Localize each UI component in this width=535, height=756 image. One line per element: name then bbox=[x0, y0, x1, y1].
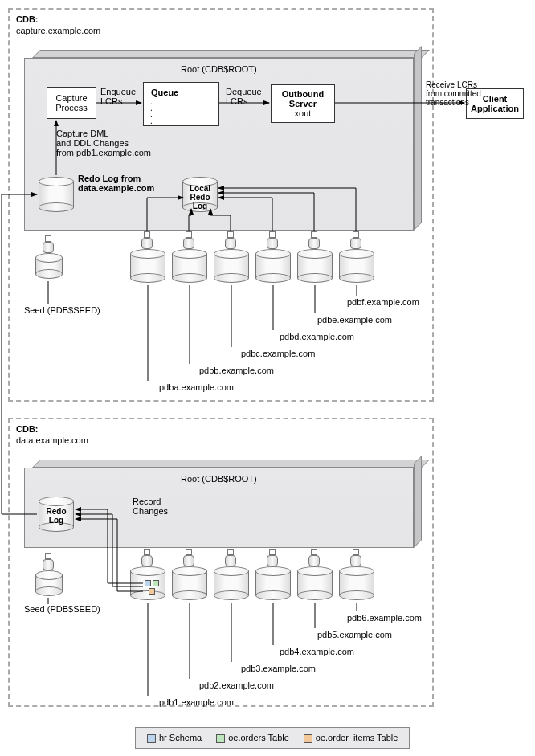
cdb2-host: data.example.com bbox=[16, 435, 88, 445]
hr-swatch-icon bbox=[147, 734, 156, 743]
capture-process-box: Capture Process bbox=[47, 87, 96, 119]
legend-orders-text: oe.orders Table bbox=[228, 733, 289, 742]
outbound-name: xout bbox=[295, 108, 312, 118]
cdb1-pdb-plug bbox=[225, 231, 236, 249]
cdb2-redo-cyl: Redo Log bbox=[39, 497, 74, 532]
cdb2-pdb-plug bbox=[267, 549, 278, 566]
cdb2-root-title: Root (CDB$ROOT) bbox=[181, 474, 257, 484]
cdb1-pdb-label: pdbb.example.com bbox=[199, 366, 274, 375]
redo-from-cylinder bbox=[39, 177, 74, 212]
queue-box: Queue .... bbox=[143, 82, 219, 126]
cdb1-pdb-cyl bbox=[172, 249, 207, 283]
cdb2-root bbox=[24, 460, 422, 548]
cdb1-pdb-cyl bbox=[214, 249, 249, 283]
cdb1-pdb-label: pdbf.example.com bbox=[347, 297, 419, 307]
cdb1-host: capture.example.com bbox=[16, 26, 100, 35]
cdb1-pdb-plug bbox=[141, 231, 153, 249]
cdb1-pdb-label: pdbe.example.com bbox=[317, 315, 392, 325]
cdb1-pdb-cyl bbox=[255, 249, 291, 283]
cdb1-seed-cyl bbox=[35, 253, 63, 279]
cdb1-pdb-cyl bbox=[339, 249, 374, 283]
cdb2-pdb-cyl bbox=[214, 566, 249, 600]
legend-hr: hr Schema bbox=[147, 733, 202, 743]
record-changes-label: Record Changes bbox=[133, 497, 168, 516]
cdb2-pdb-plug bbox=[141, 549, 153, 566]
cdb2-seed-label: Seed (PDB$SEED) bbox=[24, 604, 100, 614]
cdb1-seed-label: Seed (PDB$SEED) bbox=[24, 305, 100, 315]
cdb2-pdb-label: pdb6.example.com bbox=[347, 613, 422, 623]
items-swatch-icon bbox=[304, 734, 312, 743]
cdb1-pdb-plug bbox=[183, 231, 194, 249]
enqueue-label: Enqueue LCRs bbox=[100, 87, 136, 106]
cdb1-pdb-label: pdba.example.com bbox=[159, 382, 234, 392]
legend: hr Schema oe.orders Table oe.order_items… bbox=[135, 727, 410, 749]
cdb1-pdb-cyl bbox=[130, 249, 165, 283]
cdb2-pdb-plug bbox=[183, 549, 194, 566]
orders-swatch-icon bbox=[216, 734, 225, 743]
cdb2-redo-label: Redo Log bbox=[39, 507, 74, 525]
cdb2-pdb-plug bbox=[350, 549, 361, 566]
cdb2-title: CDB: bbox=[16, 424, 39, 434]
cdb1-pdb-plug bbox=[267, 231, 278, 249]
queue-label: Queue bbox=[151, 88, 178, 97]
cdb2-pdb-label: pdb1.example.com bbox=[159, 697, 234, 707]
outbound-title: Outbound Server bbox=[282, 89, 325, 108]
redo-from-label: Redo Log from data.example.com bbox=[78, 174, 154, 193]
cdb1-seed-plug bbox=[43, 235, 54, 253]
cdb2-pdb-plug bbox=[308, 549, 320, 566]
legend-hr-text: hr Schema bbox=[159, 733, 202, 742]
capture-process-label: Capture Process bbox=[55, 93, 88, 112]
cdb1-root-title: Root (CDB$ROOT) bbox=[181, 64, 257, 74]
cdb1-pdb-cyl bbox=[297, 249, 333, 283]
cdb2-seed-cyl bbox=[35, 570, 63, 596]
cdb2-pdb-cyl bbox=[172, 566, 207, 600]
cdb2-pdb-cyl bbox=[339, 566, 374, 600]
cdb2-pdb-label: pdb3.example.com bbox=[241, 664, 316, 673]
receive-label: Receive LCRs from committed transactions bbox=[426, 80, 481, 107]
dequeue-label: Dequeue LCRs bbox=[226, 87, 262, 106]
local-redo-label: Local Redo Log bbox=[182, 184, 218, 210]
cdb2-pdb-label: pdb5.example.com bbox=[317, 630, 392, 640]
legend-orders: oe.orders Table bbox=[216, 733, 289, 743]
queue-dots: .... bbox=[150, 99, 153, 125]
legend-items: oe.order_items Table bbox=[304, 733, 398, 743]
cdb2-pdb-label: pdb2.example.com bbox=[199, 680, 274, 690]
local-redo-cylinder: Local Redo Log bbox=[182, 177, 218, 212]
order-items-chip-icon bbox=[149, 588, 155, 595]
cdb2-pdb-plug bbox=[225, 549, 236, 566]
capture-note: Capture DML and DDL Changes from pdb1.ex… bbox=[56, 129, 151, 157]
cdb1-pdb-label: pdbd.example.com bbox=[280, 332, 354, 341]
orders-chip-icon bbox=[153, 580, 159, 586]
cdb2-pdb-label: pdb4.example.com bbox=[280, 647, 354, 656]
legend-items-text: oe.order_items Table bbox=[316, 733, 398, 742]
outbound-box: Outbound Server xout bbox=[271, 84, 335, 123]
cdb1-pdb-plug bbox=[308, 231, 320, 249]
cdb2-pdb-cyl bbox=[255, 566, 291, 600]
cdb1-pdb-label: pdbc.example.com bbox=[241, 349, 315, 358]
cdb1-title: CDB: bbox=[16, 14, 39, 24]
hr-schema-chip-icon bbox=[145, 580, 151, 586]
cdb2-pdb-cyl bbox=[297, 566, 333, 600]
cdb2-seed-plug bbox=[43, 553, 54, 570]
cdb1-pdb-plug bbox=[350, 231, 361, 249]
